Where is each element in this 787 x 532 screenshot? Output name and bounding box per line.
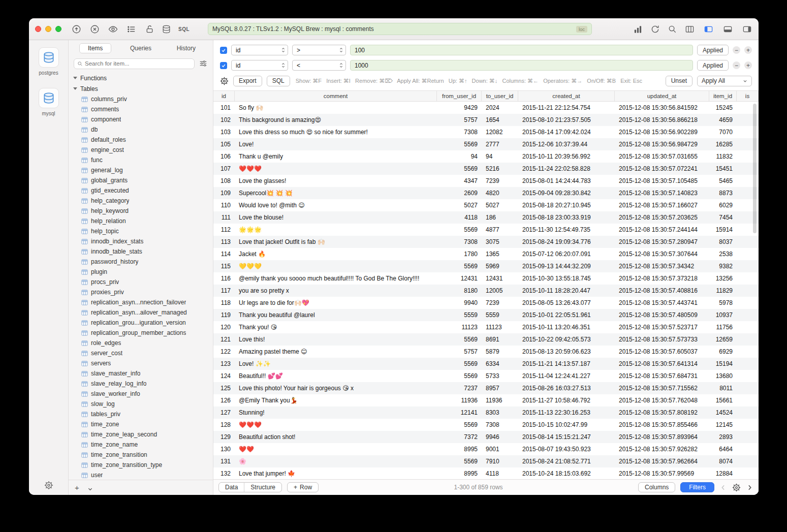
sidebar-table-item[interactable]: plugin: [69, 267, 213, 277]
sidebar-table-item[interactable]: slave_relay_log_info: [69, 379, 213, 389]
sidebar-table-item[interactable]: replication_asyn...ailover_managed: [69, 307, 213, 318]
apply-all-button[interactable]: Apply All: [697, 76, 752, 86]
data-tab-button[interactable]: Data: [219, 483, 244, 492]
gear-icon[interactable]: [44, 481, 53, 490]
table-row[interactable]: 131 🌸 5569 7910 2015-08-24 21:08:52.771 …: [213, 455, 759, 467]
vertical-scrollbar[interactable]: [753, 104, 757, 233]
table-row[interactable]: 117 you are so pretty x 8180 12005 2015-…: [213, 285, 759, 297]
sidebar-table-item[interactable]: slave_master_info: [69, 368, 213, 379]
filter-enabled-checkbox[interactable]: [220, 62, 227, 69]
eye-icon[interactable]: [108, 24, 118, 34]
export-button[interactable]: Export: [233, 76, 262, 86]
add-item-button[interactable]: +: [75, 484, 79, 491]
applied-button[interactable]: Applied: [697, 60, 729, 71]
column-header[interactable]: is: [737, 91, 759, 101]
chart-icon[interactable]: [633, 24, 643, 34]
table-row[interactable]: 112 🌟🌟🌟 5569 4877 2015-11-30 12:54:49.73…: [213, 224, 759, 236]
column-header[interactable]: item_id: [709, 91, 737, 101]
column-header[interactable]: id: [213, 91, 235, 101]
sidebar-table-item[interactable]: replication_asyn...nnection_failover: [69, 297, 213, 307]
applied-button[interactable]: Applied: [697, 45, 729, 55]
table-row[interactable]: 105 Love! 5569 2777 2015-12-06 10:37:39.…: [213, 138, 759, 150]
sidebar-table-item[interactable]: tables_priv: [69, 409, 213, 419]
connection-icon[interactable]: [72, 24, 81, 34]
sidebar-table-item[interactable]: replication_group_member_actions: [69, 328, 213, 338]
column-header[interactable]: from_user_id: [437, 91, 482, 101]
filter-operator-select[interactable]: >: [292, 45, 346, 55]
sidebar-table-item[interactable]: time_zone_transition_type: [69, 460, 213, 470]
table-row[interactable]: 110 Would love to! @mith 😊 5027 5027 201…: [213, 199, 759, 211]
section-tables[interactable]: Tables: [69, 83, 213, 94]
sidebar-table-item[interactable]: procs_priv: [69, 277, 213, 287]
sidebar-table-item[interactable]: slave_worker_info: [69, 389, 213, 399]
lock-icon[interactable]: [145, 24, 154, 34]
filter-column-select[interactable]: id: [231, 45, 288, 55]
table-row[interactable]: 114 Jacket 🔥 1780 1365 2015-07-12 06:20:…: [213, 248, 759, 260]
database-icon[interactable]: [162, 24, 171, 34]
gear-icon[interactable]: [732, 483, 741, 492]
table-row[interactable]: 115 💛💛💛 5569 5969 2015-09-13 14:44:32.20…: [213, 260, 759, 272]
sidebar-table-item[interactable]: func: [69, 155, 213, 165]
sidebar-table-item[interactable]: component: [69, 114, 213, 124]
sidebar-table-item[interactable]: columns_priv: [69, 94, 213, 104]
columns-button[interactable]: Columns: [638, 482, 675, 492]
table-row[interactable]: 129 Beautiful action shot! 7372 9946 201…: [213, 431, 759, 443]
column-header[interactable]: comment: [235, 91, 437, 101]
table-row[interactable]: 132 Love that jumper! 🍁 8995 4118 2015-1…: [213, 467, 759, 479]
chevron-down-icon[interactable]: [87, 485, 93, 490]
sidebar-table-item[interactable]: gtid_executed: [69, 185, 213, 196]
sql-button[interactable]: SQL: [267, 76, 290, 86]
structure-tab-button[interactable]: Structure: [244, 483, 281, 492]
toggle-left-panel-icon[interactable]: [703, 24, 714, 34]
sidebar-table-item[interactable]: time_zone: [69, 419, 213, 429]
refresh-icon[interactable]: [650, 24, 660, 34]
table-row[interactable]: 121 Love this! 5569 8691 2015-10-22 09:4…: [213, 333, 759, 346]
toggle-bottom-panel-icon[interactable]: [722, 24, 733, 34]
table-row[interactable]: 103 Love this dress so much 😍 so nice fo…: [213, 126, 759, 138]
remove-filter-button[interactable]: −: [733, 61, 740, 69]
queue-list-icon[interactable]: [127, 24, 136, 34]
filter-value-input[interactable]: [350, 60, 693, 71]
tab-history[interactable]: History: [164, 44, 209, 53]
table-row[interactable]: 120 Thank you! 😘 11123 11123 2015-10-11 …: [213, 321, 759, 333]
sidebar-table-item[interactable]: help_keyword: [69, 206, 213, 216]
sidebar-table-item[interactable]: general_log: [69, 165, 213, 175]
sidebar-table-item[interactable]: time_zone_leap_second: [69, 429, 213, 440]
filter-enabled-checkbox[interactable]: [220, 47, 227, 54]
sidebar-table-item[interactable]: replication_grou...iguration_version: [69, 318, 213, 328]
sidebar-table-item[interactable]: help_category: [69, 196, 213, 206]
column-header[interactable]: created_at: [518, 91, 615, 101]
unset-button[interactable]: Unset: [666, 76, 692, 86]
filter-operator-select[interactable]: <: [292, 60, 346, 71]
table-row[interactable]: 127 Stunning! 12141 8303 2015-11-13 22:3…: [213, 406, 759, 419]
close-window-button[interactable]: [35, 26, 41, 32]
sidebar-table-item[interactable]: innodb_table_stats: [69, 246, 213, 257]
filter-column-select[interactable]: id: [231, 60, 288, 71]
sidebar-table-item[interactable]: innodb_index_stats: [69, 236, 213, 246]
gear-icon[interactable]: [220, 77, 229, 85]
sidebar-table-item[interactable]: time_zone_name: [69, 440, 213, 450]
zoom-window-button[interactable]: [55, 26, 61, 32]
table-row[interactable]: 128 ❤️❤️❤️ 5569 7308 2015-10-15 10:02:47…: [213, 419, 759, 431]
sidebar-table-item[interactable]: engine_cost: [69, 145, 213, 155]
column-header[interactable]: updated_at: [615, 91, 709, 101]
sidebar-table-item[interactable]: default_roles: [69, 135, 213, 145]
table-row[interactable]: 106 Thank u @emily 94 94 2015-10-11 20:3…: [213, 150, 759, 163]
table-columns-icon[interactable]: [685, 24, 695, 34]
tab-items[interactable]: Items: [73, 44, 118, 53]
tab-queries[interactable]: Queries: [118, 44, 163, 53]
sidebar-table-item[interactable]: server_cost: [69, 348, 213, 358]
sidebar-table-item[interactable]: db: [69, 124, 213, 135]
table-row[interactable]: 116 @emily thank you soooo much beautifu…: [213, 272, 759, 285]
sidebar-table-item[interactable]: servers: [69, 358, 213, 368]
add-row-button[interactable]: + Row: [287, 482, 319, 492]
table-row[interactable]: 101 So fly 🙌🏻 9429 2024 2015-11-21 22:12…: [213, 102, 759, 114]
section-functions[interactable]: Functions: [69, 73, 213, 83]
table-row[interactable]: 108 Love the glasses! 4347 7239 2015-08-…: [213, 175, 759, 187]
table-row[interactable]: 113 Love that jacket! Outfit is fab 🙌🏻 7…: [213, 236, 759, 248]
minimize-window-button[interactable]: [45, 26, 51, 32]
disconnect-icon[interactable]: [90, 24, 100, 34]
table-row[interactable]: 107 ❤️❤️❤️ 5569 5216 2015-11-24 22:02:58…: [213, 163, 759, 175]
toggle-right-panel-icon[interactable]: [742, 24, 752, 34]
column-header[interactable]: to_user_id: [482, 91, 518, 101]
